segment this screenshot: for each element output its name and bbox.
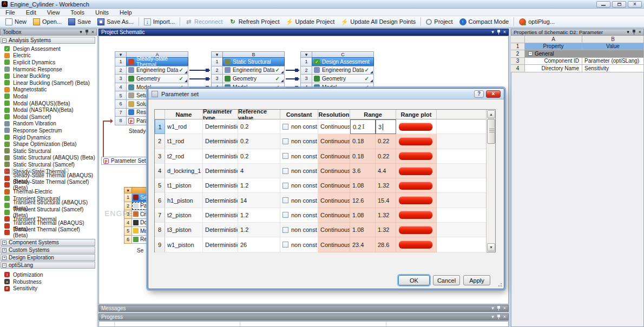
row-number[interactable]: 5 [155,178,165,193]
toolbox-section-component-systems[interactable]: +Component Systems [1,239,95,246]
system-C[interactable]: ▾C1✓Design Assessment2Engineering Data✓3… [300,51,374,91]
param-type-cell[interactable]: Deterministic [203,164,238,178]
messages-panel-header[interactable]: Messages ▾ × [98,305,509,312]
param-name-cell[interactable]: h1_piston [165,193,203,208]
range-max-cell[interactable]: 1.32 [376,178,396,193]
properties-row-2[interactable]: 2−General [511,50,644,58]
open-button[interactable]: Open... [30,17,65,26]
import-button[interactable]: ↓Import... [141,17,178,26]
toolbox-dropdown-icon[interactable]: ▾ [80,30,82,35]
toolbox-item-random-vibration[interactable]: Random Vibration [1,121,96,128]
menu-file[interactable]: File [0,9,21,16]
range-max-cell[interactable]: 1.32 [376,208,396,223]
reference-value-cell[interactable]: 26 [238,237,280,252]
non-const-checkbox[interactable] [282,168,288,174]
cell-geometry[interactable]: Geometry✓ [222,74,285,83]
range-plot-cell[interactable] [396,134,437,149]
row-number[interactable]: 8 [155,223,165,237]
range-min-cell[interactable]: 1.08 [350,178,376,193]
toolbox-item-harmonic-response[interactable]: Harmonic Response [1,66,96,73]
toolbox-item-optimization[interactable]: !Optimization [1,271,96,278]
range-min-cell[interactable]: 0.2I [350,119,376,134]
reference-value-cell[interactable]: 1.2 [238,208,280,223]
maximize-button[interactable] [612,1,626,8]
toolbox-item-electric[interactable]: Electric [1,52,96,59]
toolbox-item-steady-state-thermal-samcef-beta[interactable]: Steady-State Thermal (Samcef) (Beta) [1,182,96,189]
system-row-A3[interactable]: 3Geometry✓ [115,75,188,83]
constant-cell[interactable]: non const [280,149,318,164]
toolbox-item-response-spectrum[interactable]: Response Spectrum [1,127,96,134]
dialog-help-button[interactable]: ? [474,90,484,98]
progress-dropdown-icon[interactable]: ▾ [491,315,494,319]
toolbox-item-shape-optimization-beta[interactable]: Shape Optimization (Beta) [1,141,96,148]
project-schematic-header[interactable]: Project Schematic ▾ × [98,29,509,36]
reference-value-cell[interactable]: 0.2 [238,134,280,149]
param-name-cell[interactable]: t1_piston [165,178,203,193]
column-header-range-plot[interactable]: Range plot [396,110,437,119]
row-number[interactable]: 7 [155,208,165,223]
toolbox-item-modal-abaqus-beta[interactable]: Modal (ABAQUS)(Beta) [1,100,96,107]
resolution-cell[interactable]: Continuous [318,178,350,193]
dialog-title-bar[interactable]: Parameter set ? × [148,89,504,99]
property-value-cell[interactable]: Sensitivity [582,65,644,72]
range-max-cell[interactable]: 28.6 [376,237,396,252]
schematic-pin-icon[interactable] [497,30,501,35]
range-max-cell[interactable]: 3 [376,119,396,134]
resolution-cell[interactable]: Continuous [318,134,350,149]
cell-engineering-data[interactable]: Engineering Data✓ [312,66,374,75]
param-type-cell[interactable]: Deterministic [203,223,238,237]
cell-geometry[interactable]: Geometry✓ [312,74,374,83]
cell-steady-state-thermal[interactable]: Steady-State Thermal [126,57,188,66]
ok-button[interactable]: OK [398,275,430,285]
menu-help[interactable]: Help [114,9,137,16]
range-plot-cell[interactable] [396,193,437,208]
row-number[interactable]: 3 [155,149,165,164]
constant-cell[interactable]: non const [280,134,318,149]
refresh-project-button[interactable]: ↻Refresh Project [226,17,283,26]
non-const-checkbox[interactable] [282,227,288,233]
system-row-A2[interactable]: 2Engineering Data✓ [115,66,188,75]
schematic-dropdown-icon[interactable]: ▾ [491,30,494,35]
row-number[interactable]: 9 [155,237,165,252]
toolbox-close-icon[interactable]: × [91,30,94,35]
range-plot-cell[interactable] [396,164,437,178]
collapse-icon[interactable]: − [2,263,6,268]
row-number[interactable]: 1 [155,119,165,134]
collapse-icon[interactable]: − [528,51,533,56]
range-max-cell[interactable]: 0.22 [376,134,396,149]
scroll-thumb[interactable] [487,119,495,144]
toolbox-item-static-structural-abaqus-beta[interactable]: Static Structural (ABAQUS) (Beta) [1,155,96,162]
progress-pin-icon[interactable] [497,315,501,319]
messages-dropdown-icon[interactable]: ▾ [491,306,494,311]
range-plot-bar[interactable] [399,211,432,219]
toolbox-item-transient-thermal-samcef-beta[interactable]: Transient Thermal (Samcef) (Beta) [1,229,96,236]
param-name-cell[interactable]: t3_piston [165,223,203,237]
progress-panel-header[interactable]: Progress ▾ × [98,313,509,321]
cell-static-structural[interactable]: Static Structural [222,57,285,66]
system-row-B2[interactable]: 2Engineering Data✓ [211,66,285,75]
range-plot-cell[interactable] [396,223,437,237]
properties-close-icon[interactable]: × [639,30,641,35]
row-number[interactable]: 6 [155,193,165,208]
row-number[interactable]: 2 [155,134,165,149]
toolbox-item-modal[interactable]: Modal [1,93,96,100]
non-const-checkbox[interactable] [282,197,288,203]
toolbox-item-modal-samcef[interactable]: Modal (Samcef) [1,114,96,121]
group-general[interactable]: −General [525,50,644,58]
range-plot-cell[interactable] [396,237,437,252]
properties-header[interactable]: Properties of Schematic D2: Parameter ▾ … [511,29,644,36]
param-name-cell[interactable]: w1_rod [165,119,203,134]
param-type-cell[interactable]: Deterministic [203,119,238,134]
range-plot-bar[interactable] [399,226,432,234]
system-row-C2[interactable]: 2Engineering Data✓ [300,66,374,75]
cell-engineering-data[interactable]: Engineering Data✓ [126,66,188,75]
param-type-cell[interactable]: Deterministic [203,237,238,252]
range-plot-bar[interactable] [399,123,432,131]
row-number[interactable]: 4 [155,164,165,178]
messages-pin-icon[interactable] [497,306,501,311]
constant-cell[interactable]: non const [280,164,318,178]
param-name-cell[interactable]: t2_rod [165,149,203,164]
param-name-cell[interactable]: w1_piston [165,237,203,252]
dialog-close-button[interactable]: × [486,90,501,98]
toolbox-section-optislang[interactable]: −optiSLang [1,262,95,269]
